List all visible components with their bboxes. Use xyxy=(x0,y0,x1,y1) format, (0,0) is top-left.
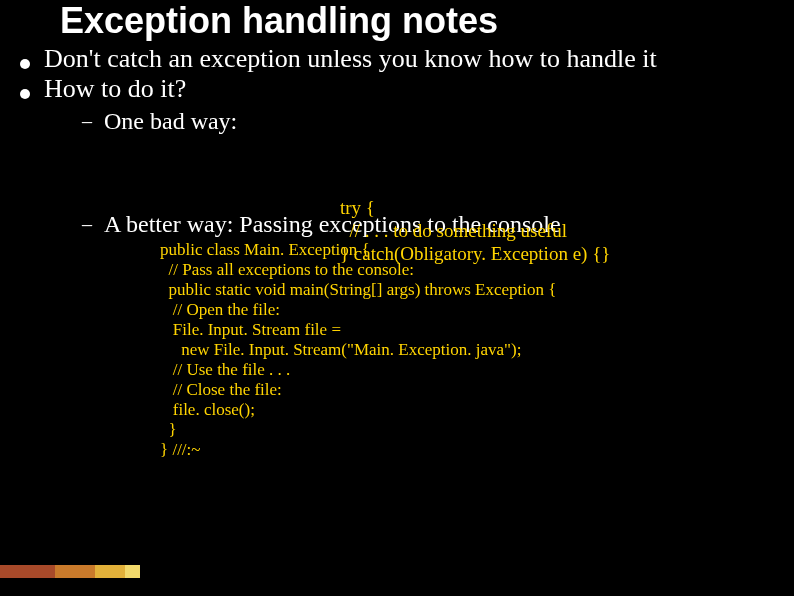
disc-icon xyxy=(20,59,30,69)
accent-bar xyxy=(0,565,140,578)
slide-body: Don't catch an exception unless you know… xyxy=(20,44,760,460)
dash-icon: – xyxy=(82,110,92,133)
bullet-2-text: How to do it? xyxy=(44,74,186,104)
slide-title: Exception handling notes xyxy=(60,0,498,42)
accent-segment xyxy=(125,565,140,578)
subbullet-one-bad: – One bad way: xyxy=(82,108,760,135)
bullet-1: Don't catch an exception unless you know… xyxy=(20,44,760,74)
bullet-1-text: Don't catch an exception unless you know… xyxy=(44,44,657,74)
subbullet-one-bad-text: One bad way: xyxy=(104,108,237,135)
slide: Exception handling notes Don't catch an … xyxy=(0,0,794,596)
dash-icon: – xyxy=(82,213,92,236)
accent-segment xyxy=(0,565,55,578)
disc-icon xyxy=(20,89,30,99)
code-bad-example: try { // . . . to do something useful } … xyxy=(340,197,610,265)
bullet-2: How to do it? xyxy=(20,74,760,104)
code-good-example: public class Main. Exception { // Pass a… xyxy=(160,240,760,461)
accent-segment xyxy=(55,565,95,578)
accent-segment xyxy=(95,565,125,578)
